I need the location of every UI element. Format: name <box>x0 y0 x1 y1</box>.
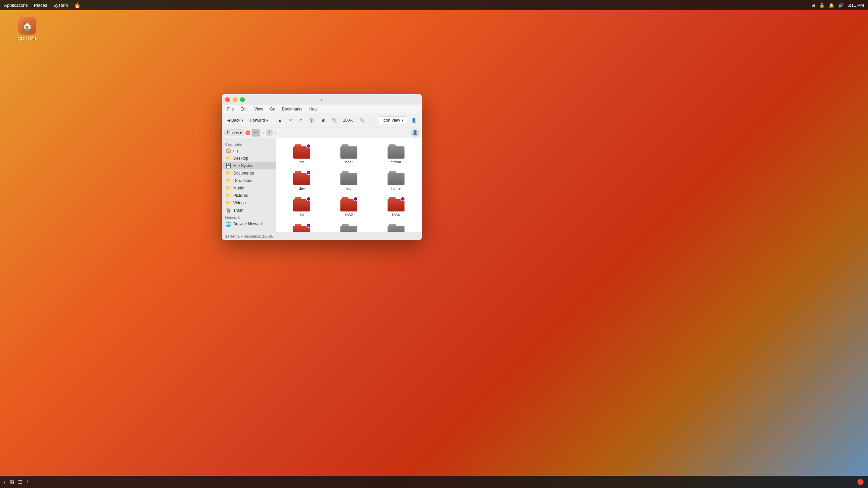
sidebar-music-icon: 📁 <box>225 185 231 191</box>
address-forward-icon[interactable]: › <box>273 130 277 136</box>
close-button[interactable] <box>225 97 230 102</box>
window-controls <box>225 97 245 102</box>
file-item-media[interactable]: media <box>327 221 372 232</box>
sidebar-computer-header: Computer <box>222 141 276 147</box>
symlink-badge-dev <box>306 170 311 175</box>
sidebar-videos-label: Videos <box>233 201 245 205</box>
stop-icon: ✕ <box>289 118 292 123</box>
stop-button[interactable]: ✕ <box>286 117 295 124</box>
computer-icon: 🖥 <box>321 118 325 123</box>
volume-icon: 🔊 <box>838 3 844 8</box>
back-label: Back <box>231 118 240 123</box>
menu-places[interactable]: Places <box>34 3 47 8</box>
window-title: / <box>321 97 322 102</box>
file-label-lib32: lib32 <box>345 213 353 217</box>
folder-icon-cdrom <box>388 144 405 159</box>
sidebar-item-downloads[interactable]: 📁 Downloads <box>222 177 276 184</box>
zoom-out-button[interactable]: 🔍 <box>329 117 340 124</box>
sidebar-item-music[interactable]: 📁 Music <box>222 184 276 192</box>
zoom-level: 100% <box>341 117 356 123</box>
back-button[interactable]: ◀ Back ▾ <box>224 117 246 124</box>
sidebar-videos-icon: 📁 <box>225 200 231 206</box>
file-item-home[interactable]: home <box>373 168 418 192</box>
folder-icon-dev <box>293 171 310 185</box>
file-item-etc[interactable]: etc <box>327 168 372 192</box>
desktop-icon-label: dg's Home <box>18 36 37 41</box>
zoom-in-icon: 🔍 <box>359 118 364 123</box>
up-button[interactable]: ▲ <box>275 117 285 124</box>
folder-icon-libx32 <box>293 224 310 232</box>
folder-icon-home <box>388 171 405 185</box>
sidebar-desktop-icon: 📁 <box>225 156 231 161</box>
menu-system[interactable]: System <box>53 3 68 8</box>
menu-edit[interactable]: Edit <box>238 106 250 112</box>
reload-button[interactable]: ↻ <box>296 117 305 124</box>
menu-view[interactable]: View <box>252 106 266 112</box>
file-item-libx32[interactable]: libx32 <box>279 221 324 232</box>
sidebar-documents-label: Documents <box>233 171 254 176</box>
sidebar-item-documents[interactable]: 📁 Documents <box>222 169 276 177</box>
sidebar-music-label: Music <box>233 186 244 190</box>
menu-help[interactable]: Help <box>307 106 320 112</box>
clock: 6:11 PM <box>848 3 864 8</box>
file-item-cdrom[interactable]: cdrom <box>373 142 418 166</box>
file-item-mnt[interactable]: mnt <box>373 221 418 232</box>
home-button[interactable]: 🏠 <box>307 117 317 124</box>
file-item-boot[interactable]: boot <box>327 142 372 166</box>
toolbar: ◀ Back ▾ Forward ▾ ▲ ✕ ↻ 🏠 🖥 🔍 100% 🔍 <box>222 113 422 127</box>
address-search-button[interactable]: 👤 <box>411 129 419 137</box>
places-button[interactable]: Places ▾ <box>224 129 244 136</box>
sidebar-item-desktop[interactable]: 📁 Desktop <box>222 155 276 162</box>
file-label-boot: boot <box>345 160 352 164</box>
file-label-etc: etc <box>347 186 352 190</box>
reload-icon: ↻ <box>299 118 302 123</box>
menu-applications[interactable]: Applications <box>4 3 28 8</box>
sidebar-item-dg[interactable]: 🏠 dg <box>222 147 276 155</box>
menu-file[interactable]: File <box>224 106 236 112</box>
lock-icon: 🔒 <box>819 3 825 8</box>
menu-go[interactable]: Go <box>267 106 278 112</box>
home-icon: 🏠 <box>309 118 314 123</box>
symlink-badge-bin <box>306 144 311 148</box>
taskbar-bottom-icon1[interactable]: ⊞ <box>9 479 14 485</box>
taskbar-bottom-icon3[interactable]: 🔴 <box>857 479 864 485</box>
file-label-lib64: lib64 <box>392 213 400 217</box>
file-item-lib32[interactable]: lib32 <box>327 195 372 219</box>
sidebar-item-videos[interactable]: 📁 Videos <box>222 199 276 207</box>
address-crumb-root[interactable]: / <box>266 129 273 136</box>
maximize-button[interactable] <box>240 97 245 102</box>
back-arrow-icon: ◀ <box>227 118 230 123</box>
sidebar-item-filesystem[interactable]: 💾 File System <box>222 162 276 169</box>
folder-icon-bin <box>293 144 310 159</box>
folder-icon-boot <box>340 144 357 159</box>
file-item-dev[interactable]: dev <box>279 168 324 192</box>
taskbar-bottom-icon2[interactable]: ☰ <box>18 479 23 485</box>
places-chevron-icon: ▾ <box>240 130 242 135</box>
menu-bookmarks[interactable]: Bookmarks <box>279 106 305 112</box>
address-nav: ‹ / › <box>261 129 277 136</box>
folder-icon-lib32 <box>340 197 357 211</box>
up-icon: ▲ <box>278 118 282 123</box>
address-edit-button[interactable]: ✏ <box>252 129 260 137</box>
computer-button[interactable]: 🖥 <box>318 117 328 124</box>
minimize-button[interactable] <box>233 97 237 102</box>
view-selector[interactable]: Icon View ▾ <box>379 116 407 124</box>
sidebar-item-pictures[interactable]: 📁 Pictures <box>222 192 276 199</box>
places-label: Places <box>227 130 239 135</box>
file-item-bin[interactable]: bin <box>279 142 324 166</box>
sidebar-item-browse-network[interactable]: 🌐 Browse Network <box>222 220 276 228</box>
forward-button[interactable]: Forward ▾ <box>248 117 271 124</box>
file-item-lib[interactable]: lib <box>279 195 324 219</box>
address-back-icon[interactable]: ‹ <box>261 130 265 136</box>
file-item-lib64[interactable]: lib64 <box>373 195 418 219</box>
taskbar-top: Applications Places System 🔥 ⊞ 🔒 🔔 🔊 6:1… <box>0 0 868 10</box>
desktop-home-icon[interactable]: 🏠 dg's Home <box>14 17 41 41</box>
user-button[interactable]: 👤 <box>409 117 419 124</box>
toolbar-separator <box>273 116 273 124</box>
file-label-cdrom: cdrom <box>391 160 401 164</box>
screen-icon: ⊞ <box>811 3 815 8</box>
address-close-button[interactable]: ✕ <box>245 130 250 135</box>
zoom-in-button[interactable]: 🔍 <box>357 117 367 124</box>
sidebar-item-trash[interactable]: 🗑 Trash <box>222 207 276 214</box>
bell-icon: 🔔 <box>829 3 834 8</box>
